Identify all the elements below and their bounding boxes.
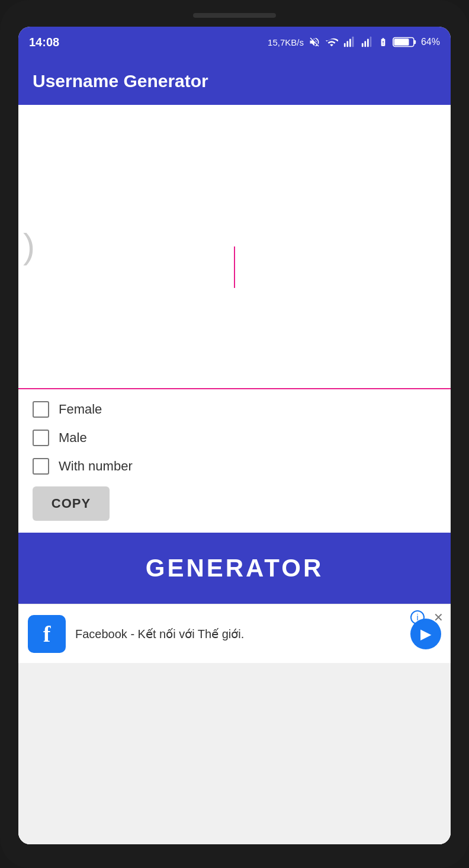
app-title: Username Generator: [33, 71, 208, 91]
wifi-icon: [325, 36, 338, 49]
with-number-checkbox-row: With number: [33, 458, 436, 475]
screen: 14:08 15,7KB/s: [18, 27, 451, 844]
female-label: Female: [59, 402, 102, 417]
mute-icon: [309, 36, 320, 48]
network-speed: 15,7KB/s: [268, 37, 304, 47]
female-checkbox[interactable]: [33, 401, 49, 418]
bottom-area: [18, 663, 451, 844]
app-header: Username Generator: [18, 57, 451, 105]
ad-info-button[interactable]: i: [410, 610, 425, 624]
male-checkbox-row: Male: [33, 430, 436, 446]
generator-label: GENERATOR: [146, 554, 323, 582]
female-checkbox-row: Female: [33, 401, 436, 418]
main-content: ) Female Male With number COPY: [18, 105, 451, 844]
male-checkbox[interactable]: [33, 430, 49, 446]
with-number-label: With number: [59, 459, 133, 474]
facebook-ad-icon: f: [28, 615, 66, 653]
options-area: Female Male With number COPY: [18, 389, 451, 533]
generator-button[interactable]: GENERATOR: [18, 533, 451, 604]
svg-rect-10: [394, 39, 409, 46]
svg-rect-6: [367, 39, 369, 47]
signal-icon2: [361, 36, 374, 49]
ad-text: Facebook - Kết nối với Thế giới.: [75, 627, 401, 641]
ad-banner: f Facebook - Kết nối với Thế giới. ▶ i ✕: [18, 604, 451, 663]
username-input-area[interactable]: ): [18, 105, 451, 389]
text-cursor: [234, 246, 235, 288]
svg-rect-1: [346, 41, 348, 47]
bracket-decoration: ): [23, 229, 35, 264]
male-label: Male: [59, 430, 87, 446]
phone-shell: 14:08 15,7KB/s: [0, 0, 469, 868]
with-number-checkbox[interactable]: [33, 458, 49, 475]
arrow-right-icon: ▶: [420, 626, 431, 642]
battery-icon: [393, 36, 416, 48]
status-time: 14:08: [29, 36, 59, 49]
svg-rect-2: [349, 39, 351, 47]
battery-pct: 64%: [421, 37, 440, 47]
svg-rect-9: [414, 40, 416, 44]
status-bar: 14:08 15,7KB/s: [18, 27, 451, 57]
svg-rect-4: [362, 43, 364, 47]
phone-speaker: [193, 13, 276, 18]
svg-rect-5: [364, 41, 366, 47]
info-icon: i: [416, 613, 418, 622]
charging-icon: [378, 36, 388, 48]
status-right: 15,7KB/s: [268, 36, 440, 49]
facebook-f-logo: f: [43, 621, 51, 647]
svg-rect-3: [352, 37, 354, 47]
svg-rect-7: [370, 37, 372, 47]
copy-button[interactable]: COPY: [33, 486, 110, 521]
signal-icon: [343, 36, 356, 49]
svg-rect-0: [344, 43, 346, 47]
close-icon: ✕: [433, 611, 444, 624]
ad-close-button[interactable]: ✕: [433, 610, 444, 624]
